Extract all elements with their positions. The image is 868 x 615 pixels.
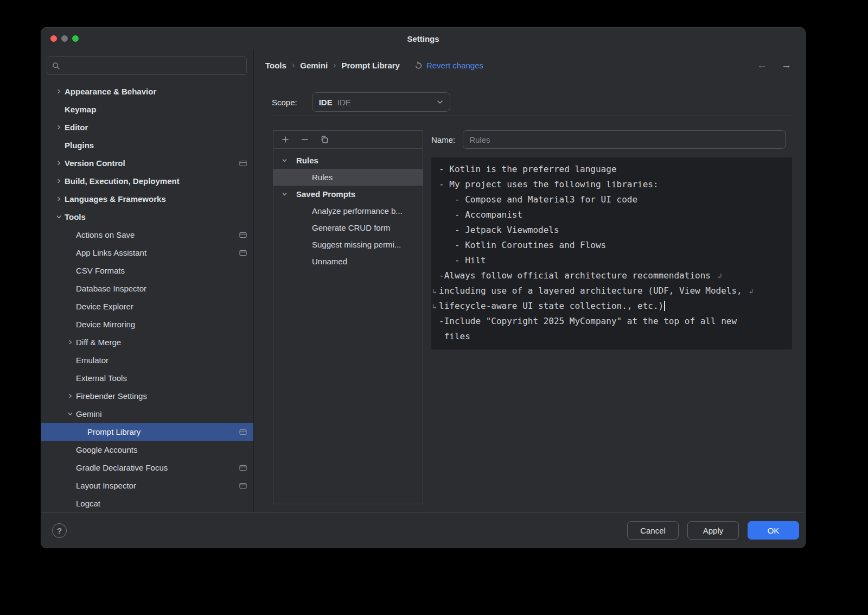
sidebar-item-label: Diff & Merge xyxy=(76,338,121,347)
chevron-right-icon[interactable] xyxy=(53,161,65,166)
sidebar-item-external-tools[interactable]: External Tools xyxy=(41,369,253,387)
sidebar-item-label: Appearance & Behavior xyxy=(65,87,156,96)
sidebar-item-gradle-declarative-focus[interactable]: Gradle Declarative Focus xyxy=(41,459,253,477)
prompt-tree: RulesRulesSaved PromptsAnalyze performan… xyxy=(273,149,423,504)
editor-line-text: - Kotlin Coroutines and Flows xyxy=(439,240,606,250)
text-caret xyxy=(664,301,665,311)
sidebar-item-appearance-behavior[interactable]: Appearance & Behavior xyxy=(41,83,253,100)
prompt-tree-item-analyze-performance-b[interactable]: Analyze performance b... xyxy=(273,202,423,219)
sidebar-item-label: Editor xyxy=(65,123,88,132)
sidebar-item-google-accounts[interactable]: Google Accounts xyxy=(41,441,253,459)
prompt-tree-item-label: Unnamed xyxy=(312,257,347,266)
scope-row: Scope: IDE IDE xyxy=(254,92,805,112)
zoom-window-button[interactable] xyxy=(72,35,79,42)
duplicate-prompt-button[interactable] xyxy=(319,134,330,145)
close-window-button[interactable] xyxy=(50,35,57,42)
sidebar-item-keymap[interactable]: Keymap xyxy=(41,100,253,118)
sidebar-item-database-inspector[interactable]: Database Inspector xyxy=(41,280,253,297)
remove-prompt-button[interactable] xyxy=(299,134,310,145)
sidebar-item-csv-formats[interactable]: CSV Formats xyxy=(41,262,253,280)
editor-line: ↳including use of a layered architecture… xyxy=(439,283,786,299)
chevron-right-icon[interactable] xyxy=(65,394,76,398)
chevron-right-icon[interactable] xyxy=(53,179,65,183)
cancel-button[interactable]: Cancel xyxy=(627,521,679,540)
prompt-editor[interactable]: - Kotlin is the preferred language- My p… xyxy=(431,157,792,350)
add-prompt-button[interactable] xyxy=(280,134,291,145)
sidebar-item-app-links-assistant[interactable]: App Links Assistant xyxy=(41,244,253,262)
sidebar-item-emulator[interactable]: Emulator xyxy=(41,351,253,369)
chevron-down-icon[interactable] xyxy=(65,411,76,416)
minus-icon xyxy=(301,135,309,144)
sidebar-item-actions-on-save[interactable]: Actions on Save xyxy=(41,226,253,244)
sidebar-item-languages-frameworks[interactable]: Languages & Frameworks xyxy=(41,190,253,208)
apply-button[interactable]: Apply xyxy=(687,521,739,540)
editor-line: ↳lifecycle-aware UI state collection., e… xyxy=(439,299,786,314)
soft-wrap-icon: ↳ xyxy=(432,284,437,299)
prompt-tree-item-suggest-missing-permi[interactable]: Suggest missing permi... xyxy=(273,236,423,253)
search-input[interactable] xyxy=(64,61,241,70)
soft-wrap-icon: ↲ xyxy=(718,272,722,280)
ide-settings-icon xyxy=(239,232,247,238)
sidebar-item-label: Languages & Frameworks xyxy=(65,194,166,204)
sidebar-item-firebender-settings[interactable]: Firebender Settings xyxy=(41,387,253,405)
name-label: Name: xyxy=(431,135,455,144)
traffic-lights xyxy=(50,35,79,42)
prompt-name-row: Name: xyxy=(431,130,792,149)
scope-select[interactable]: IDE IDE xyxy=(312,92,450,112)
window-title: Settings xyxy=(407,34,439,43)
settings-search-box[interactable] xyxy=(47,56,247,75)
sidebar-item-device-explorer[interactable]: Device Explorer xyxy=(41,297,253,315)
sidebar-item-label: Prompt Library xyxy=(87,427,141,436)
prompt-library-panels: RulesRulesSaved PromptsAnalyze performan… xyxy=(273,130,792,504)
chevron-right-icon[interactable] xyxy=(53,89,65,94)
revert-changes-link[interactable]: Revert changes xyxy=(414,61,483,70)
breadcrumb-prompt-library[interactable]: Prompt Library xyxy=(341,61,400,70)
chevron-down-icon[interactable] xyxy=(282,192,296,196)
prompt-list-panel: RulesRulesSaved PromptsAnalyze performan… xyxy=(273,130,423,504)
sidebar-item-version-control[interactable]: Version Control xyxy=(41,154,253,172)
editor-line: - Accompanist xyxy=(439,207,786,223)
breadcrumb-gemini[interactable]: Gemini xyxy=(300,61,328,70)
editor-line: - My project uses the following librarie… xyxy=(439,177,786,192)
sidebar-item-logcat[interactable]: Logcat xyxy=(41,494,253,512)
ok-button[interactable]: OK xyxy=(748,521,799,540)
minimize-window-button[interactable] xyxy=(61,35,68,42)
sidebar-item-label: Keymap xyxy=(65,105,96,114)
chevron-right-icon[interactable] xyxy=(53,196,65,201)
sidebar-item-plugins[interactable]: Plugins xyxy=(41,136,253,154)
chevron-right-icon[interactable] xyxy=(65,340,76,345)
help-button[interactable]: ? xyxy=(52,523,67,538)
chevron-down-icon[interactable] xyxy=(282,158,296,163)
prompt-tree-item-saved-prompts[interactable]: Saved Prompts xyxy=(273,186,423,202)
sidebar-item-gemini[interactable]: Gemini xyxy=(41,405,253,423)
sidebar-item-diff-merge[interactable]: Diff & Merge xyxy=(41,333,253,351)
sidebar-item-layout-inspector[interactable]: Layout Inspector xyxy=(41,477,253,494)
sidebar-item-device-mirroring[interactable]: Device Mirroring xyxy=(41,315,253,333)
sidebar-item-label: Build, Execution, Deployment xyxy=(65,176,180,186)
prompt-name-input[interactable] xyxy=(463,130,786,149)
sidebar-item-tools[interactable]: Tools xyxy=(41,208,253,226)
back-icon[interactable]: ← xyxy=(757,59,767,71)
prompt-tree-item-rules[interactable]: Rules xyxy=(273,152,423,169)
soft-wrap-icon: ↲ xyxy=(749,287,753,295)
revert-changes-label: Revert changes xyxy=(426,61,483,70)
sidebar-item-build-execution-deployment[interactable]: Build, Execution, Deployment xyxy=(41,172,253,190)
sidebar-item-prompt-library[interactable]: Prompt Library xyxy=(41,423,253,441)
settings-tree: Appearance & BehaviorKeymapEditorPlugins… xyxy=(41,83,253,512)
chevron-right-icon[interactable] xyxy=(53,125,65,130)
prompt-tree-item-generate-crud-form[interactable]: Generate CRUD form xyxy=(273,219,423,236)
sidebar-item-label: App Links Assistant xyxy=(76,248,146,257)
editor-line: - Jetpack Viewmodels xyxy=(439,223,786,238)
forward-icon[interactable]: → xyxy=(781,59,792,71)
prompt-tree-item-rules[interactable]: Rules xyxy=(273,169,423,186)
sidebar-item-editor[interactable]: Editor xyxy=(41,118,253,136)
prompt-tree-item-unnamed[interactable]: Unnamed xyxy=(273,253,423,270)
editor-line-text: lifecycle-aware UI state collection., et… xyxy=(439,301,663,311)
editor-line: - Kotlin Coroutines and Flows xyxy=(439,238,786,253)
prompt-tree-item-label: Rules xyxy=(296,156,318,165)
chevron-down-icon[interactable] xyxy=(53,214,65,219)
sidebar-item-label: Device Explorer xyxy=(76,302,133,311)
prompt-tree-item-label: Analyze performance b... xyxy=(312,206,403,215)
breadcrumb-tools[interactable]: Tools xyxy=(265,61,286,70)
breadcrumb-separator: › xyxy=(292,60,295,70)
